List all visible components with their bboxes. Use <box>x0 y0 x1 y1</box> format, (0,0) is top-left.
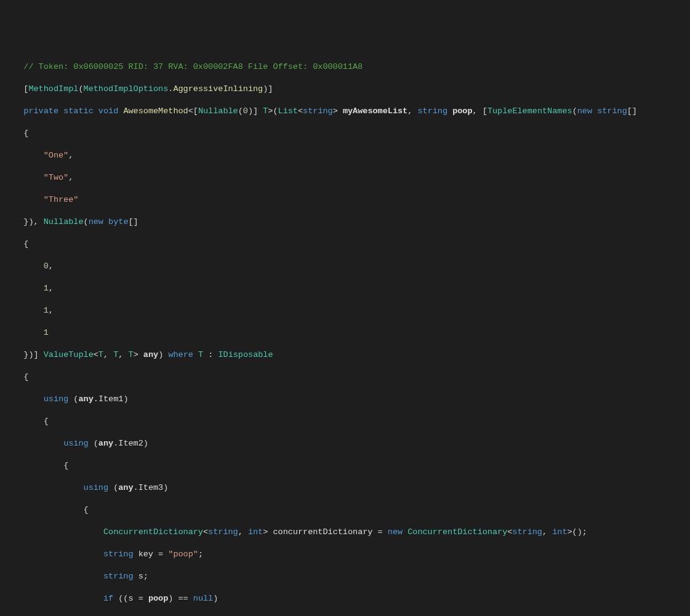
code-line: 0, <box>9 261 690 272</box>
code-line: private static void AwesomeMethod<[Nulla… <box>9 106 690 117</box>
code-line: using (any.Item2) <box>9 438 690 449</box>
code-line: "One", <box>9 150 690 161</box>
code-line: "Two", <box>9 172 690 183</box>
code-line: string key = "poop"; <box>9 549 690 560</box>
code-line: string s; <box>9 571 690 582</box>
code-line: using (any.Item1) <box>9 394 690 405</box>
code-line: 1, <box>9 283 690 294</box>
code-editor[interactable]: // Token: 0x06000025 RID: 37 RVA: 0x0000… <box>0 50 690 616</box>
code-line: using (any.Item3) <box>9 482 690 494</box>
code-line: "Three" <box>9 194 690 206</box>
code-line: { <box>9 505 690 516</box>
code-line: { <box>9 416 690 427</box>
code-line: 1 <box>9 327 690 338</box>
code-line: if ((s = poop) == null) <box>9 593 690 604</box>
code-line: // Token: 0x06000025 RID: 37 RVA: 0x0000… <box>9 62 690 73</box>
code-line: 1, <box>9 305 690 316</box>
code-line: { <box>9 239 690 250</box>
code-line: [MethodImpl(MethodImplOptions.Aggressive… <box>9 84 690 95</box>
code-line: })] ValueTuple<T, T, T> any) where T : I… <box>9 350 690 361</box>
code-line: ConcurrentDictionary<string, int> concur… <box>9 527 690 538</box>
code-line: { <box>9 128 690 139</box>
code-line: { <box>9 460 690 471</box>
code-line: { <box>9 372 690 383</box>
comment: // Token: 0x06000025 RID: 37 RVA: 0x0000… <box>23 62 363 71</box>
code-line: }), Nullable(new byte[] <box>9 217 690 228</box>
